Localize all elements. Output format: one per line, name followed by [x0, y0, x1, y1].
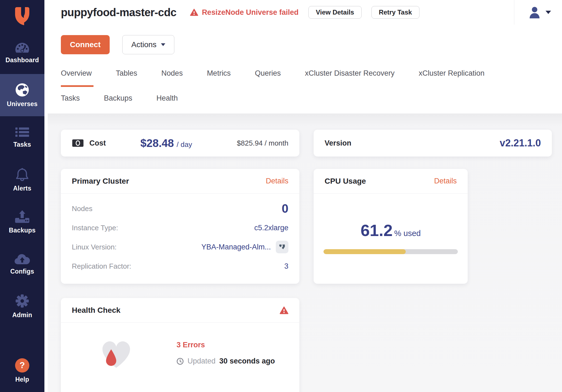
globe-icon — [15, 83, 29, 97]
universe-tabs-row1: Overview Tables Nodes Metrics Queries xC… — [61, 69, 562, 87]
yugabyte-logo-icon — [14, 6, 30, 26]
cpu-usage-details-link[interactable]: Details — [434, 177, 457, 185]
tab-tables[interactable]: Tables — [116, 69, 137, 87]
primary-cluster-details-link[interactable]: Details — [266, 177, 288, 185]
row-value: YBA-Managed-Alm... — [201, 243, 271, 251]
cpu-progress-bar — [323, 249, 458, 254]
sidebar-item-tasks[interactable]: Tasks — [0, 116, 44, 158]
user-menu[interactable] — [514, 0, 562, 25]
task-failed-alert: ResizeNode Universe failed — [190, 8, 299, 17]
row-label: Nodes — [72, 204, 92, 213]
tab-nodes[interactable]: Nodes — [161, 69, 183, 87]
primary-cluster-title: Primary Cluster — [72, 177, 129, 186]
cost-card: Cost $28.48 / day $825.94 / month — [61, 130, 299, 157]
version-value: v2.21.1.0 — [500, 137, 541, 149]
warning-triangle-icon — [280, 306, 288, 314]
row-label: Replication Factor: — [72, 262, 131, 271]
tab-backups[interactable]: Backups — [104, 94, 132, 113]
task-failed-text: ResizeNode Universe failed — [202, 8, 299, 17]
cloud-upload-icon — [15, 253, 30, 265]
gear-icon — [15, 294, 29, 308]
banknote-icon — [72, 139, 84, 147]
version-card: Version v2.21.1.0 — [314, 130, 552, 157]
sidebar-item-universes[interactable]: Universes — [0, 74, 44, 116]
cost-daily-value: $28.48 — [140, 137, 174, 149]
cluster-row-linux-version: Linux Version: YBA-Managed-Alm... — [72, 237, 288, 257]
tab-overview[interactable]: Overview — [61, 69, 92, 87]
tab-metrics[interactable]: Metrics — [207, 69, 231, 87]
retry-task-button[interactable]: Retry Task — [371, 6, 419, 19]
list-icon — [15, 127, 29, 138]
cluster-row-instance-type: Instance Type: c5.2xlarge — [72, 218, 288, 237]
tab-health[interactable]: Health — [157, 94, 178, 113]
yugabyte-logo[interactable] — [0, 0, 44, 32]
sidebar-item-admin[interactable]: Admin — [0, 285, 44, 327]
chevron-down-icon — [546, 11, 551, 14]
heart-icon — [97, 335, 135, 370]
health-heart-graphic — [97, 335, 135, 371]
universe-tabs-row2: Tasks Backups Health — [61, 94, 562, 113]
cost-daily: $28.48 / day — [140, 137, 192, 149]
action-buttons-row: Connect Actions — [61, 35, 562, 54]
primary-cluster-card: Primary Cluster Details Nodes 0 Instance… — [61, 169, 299, 284]
cpu-percent-suffix: % used — [394, 229, 421, 238]
cluster-row-replication-factor: Replication Factor: 3 — [72, 257, 288, 276]
cost-daily-unit: / day — [177, 140, 192, 149]
health-check-card: Health Check — [61, 298, 299, 392]
yugabyte-mark-icon — [279, 243, 286, 251]
clock-icon — [177, 358, 184, 365]
actions-dropdown-button[interactable]: Actions — [122, 35, 174, 54]
row-value: c5.2xlarge — [254, 224, 288, 232]
bell-icon — [15, 167, 29, 181]
sidebar-item-label: Dashboard — [5, 56, 39, 64]
row-value: 3 — [284, 262, 288, 271]
view-details-button[interactable]: View Details — [308, 6, 362, 19]
page-title: puppyfood-master-cdc — [61, 6, 176, 19]
cost-monthly-value: $825.94 / month — [237, 139, 288, 147]
cpu-usage-value: 61.2 % used — [361, 221, 421, 240]
row-value: 0 — [282, 202, 288, 215]
main-area: puppyfood-master-cdc ResizeNode Universe… — [44, 0, 562, 392]
sidebar-item-label: Configs — [10, 268, 34, 275]
universe-header: puppyfood-master-cdc ResizeNode Universe… — [44, 0, 562, 113]
actions-label: Actions — [131, 40, 157, 49]
cpu-usage-card: CPU Usage Details 61.2 % used — [314, 169, 468, 284]
tab-queries[interactable]: Queries — [255, 69, 281, 87]
sidebar-item-label: Alerts — [13, 185, 31, 192]
sidebar-item-backups[interactable]: Backups — [0, 201, 44, 243]
sidebar-item-dashboard[interactable]: Dashboard — [0, 32, 44, 74]
cost-label: Cost — [89, 139, 106, 147]
user-avatar-icon — [528, 6, 541, 19]
sidebar: Dashboard Universes Tasks Alerts — [0, 0, 44, 392]
tab-xcluster-disaster-recovery[interactable]: xCluster Disaster Recovery — [305, 69, 394, 87]
chevron-down-icon — [161, 43, 165, 46]
overview-content: Cost $28.48 / day $825.94 / month Primar… — [44, 113, 562, 392]
sidebar-item-label: Backups — [9, 227, 35, 234]
sidebar-item-help[interactable]: ? Help — [0, 351, 44, 390]
tab-xcluster-replication[interactable]: xCluster Replication — [419, 69, 484, 87]
row-label: Linux Version: — [72, 243, 117, 251]
cluster-row-nodes: Nodes 0 — [72, 199, 288, 218]
cpu-progress-fill — [323, 249, 406, 254]
question-icon: ? — [15, 358, 29, 373]
connect-button[interactable]: Connect — [61, 35, 110, 54]
warning-triangle-icon — [190, 8, 198, 16]
cpu-usage-title: CPU Usage — [325, 177, 366, 186]
cpu-percent: 61.2 — [361, 221, 393, 240]
updated-label: Updated — [188, 357, 215, 365]
sidebar-item-label: Universes — [7, 100, 38, 108]
sidebar-item-configs[interactable]: Configs — [0, 243, 44, 285]
topbar: puppyfood-master-cdc ResizeNode Universe… — [61, 0, 562, 25]
yba-image-badge[interactable] — [276, 241, 288, 253]
sidebar-item-label: Tasks — [13, 141, 31, 148]
tab-tasks[interactable]: Tasks — [61, 94, 80, 113]
version-label: Version — [325, 139, 351, 147]
sidebar-item-label: Admin — [12, 311, 32, 319]
health-errors-link[interactable]: 3 Errors — [177, 341, 205, 349]
health-check-title: Health Check — [72, 306, 120, 315]
upload-icon — [15, 210, 29, 223]
sidebar-item-alerts[interactable]: Alerts — [0, 158, 44, 201]
updated-timestamp: 30 seconds ago — [219, 357, 275, 365]
row-label: Instance Type: — [72, 224, 118, 232]
sidebar-item-label: Help — [15, 376, 29, 383]
